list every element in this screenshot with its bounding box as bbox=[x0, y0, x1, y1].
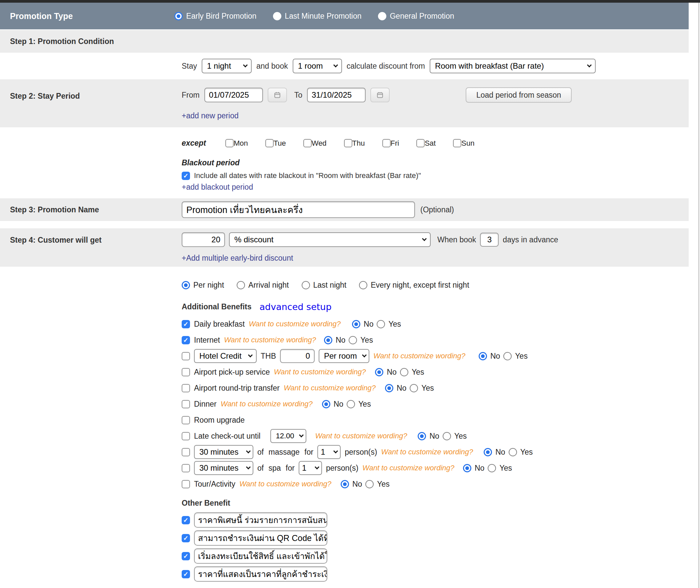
no-radio[interactable] bbox=[341, 480, 349, 488]
arrival-night-radio[interactable] bbox=[237, 281, 245, 289]
customize-wording-link[interactable]: Want to customize wording? bbox=[373, 352, 465, 360]
radio-option-every-night[interactable]: Every night, except first night bbox=[359, 281, 469, 290]
tour-activity-checkbox[interactable] bbox=[182, 480, 190, 488]
yes-radio[interactable] bbox=[365, 480, 374, 488]
customize-wording-link[interactable]: Want to customize wording? bbox=[224, 336, 316, 344]
late-checkout-time-select[interactable]: 12.00 bbox=[270, 429, 306, 443]
general-radio[interactable] bbox=[378, 12, 386, 20]
massage-duration-select[interactable]: 30 minutes bbox=[194, 445, 253, 459]
no-radio[interactable] bbox=[484, 448, 492, 456]
day-checkbox-sun[interactable]: Sun bbox=[453, 139, 474, 148]
day-checkbox-wed[interactable]: Wed bbox=[303, 139, 327, 148]
no-radio[interactable] bbox=[463, 464, 471, 472]
from-calendar-button[interactable] bbox=[268, 88, 287, 102]
airport-pickup-checkbox[interactable] bbox=[182, 368, 190, 376]
last-night-radio[interactable] bbox=[302, 281, 310, 289]
other-benefit-input-3[interactable]: เริ่มลงทะเบียนใช้สิทธิ์ และเข้าพักได้ในว… bbox=[194, 548, 327, 564]
no-radio[interactable] bbox=[324, 336, 332, 344]
yes-radio[interactable] bbox=[503, 352, 512, 360]
no-radio[interactable] bbox=[322, 400, 330, 408]
customize-wording-link[interactable]: Want to customize wording? bbox=[249, 320, 341, 328]
stay-nights-select[interactable]: 1 night bbox=[202, 59, 252, 73]
radio-option-early-bird[interactable]: Early Bird Promotion bbox=[174, 12, 256, 21]
early-bird-radio[interactable] bbox=[174, 12, 183, 20]
yes-radio[interactable] bbox=[377, 320, 385, 328]
tue-checkbox[interactable] bbox=[265, 139, 274, 147]
no-radio[interactable] bbox=[479, 352, 487, 360]
yes-radio[interactable] bbox=[488, 464, 496, 472]
per-room-select[interactable]: Per room bbox=[319, 349, 369, 363]
spa-persons-select[interactable]: 1 bbox=[299, 461, 322, 475]
include-blackout-checkbox[interactable] bbox=[182, 172, 190, 180]
airport-roundtrip-checkbox[interactable] bbox=[182, 384, 190, 392]
sun-checkbox[interactable] bbox=[453, 139, 461, 147]
no-radio[interactable] bbox=[418, 432, 426, 440]
every-night-radio[interactable] bbox=[359, 281, 367, 289]
book-rooms-select[interactable]: 1 room bbox=[293, 59, 342, 73]
no-radio[interactable] bbox=[385, 384, 393, 392]
hotel-credit-select[interactable]: Hotel Credit bbox=[194, 349, 257, 363]
daily-breakfast-checkbox[interactable] bbox=[182, 320, 190, 328]
add-blackout-period-link[interactable]: +add blackout period bbox=[182, 183, 253, 192]
advanced-setup-link[interactable]: advanced setup bbox=[260, 302, 332, 312]
customize-wording-link[interactable]: Want to customize wording? bbox=[381, 448, 473, 456]
to-date-input[interactable]: 31/10/2025 bbox=[307, 88, 366, 102]
radio-option-arrival-night[interactable]: Arrival night bbox=[237, 281, 289, 290]
customize-wording-link[interactable]: Want to customize wording? bbox=[239, 480, 331, 488]
last-minute-radio[interactable] bbox=[273, 12, 281, 20]
load-period-from-season-button[interactable]: Load period from season bbox=[466, 87, 572, 103]
other-benefit-checkbox-3[interactable] bbox=[182, 552, 190, 560]
to-calendar-button[interactable] bbox=[370, 88, 390, 102]
yes-radio[interactable] bbox=[349, 336, 357, 344]
other-benefit-checkbox-4[interactable] bbox=[182, 570, 190, 578]
credit-amount-input[interactable]: 0 bbox=[280, 349, 315, 363]
customize-wording-link[interactable]: Want to customize wording? bbox=[284, 384, 376, 392]
yes-radio[interactable] bbox=[400, 368, 408, 376]
radio-option-last-minute[interactable]: Last Minute Promotion bbox=[273, 12, 361, 21]
yes-radio[interactable] bbox=[509, 448, 517, 456]
day-checkbox-mon[interactable]: Mon bbox=[225, 139, 248, 148]
per-night-radio[interactable] bbox=[182, 281, 190, 289]
radio-option-last-night[interactable]: Last night bbox=[302, 281, 347, 290]
radio-option-per-night[interactable]: Per night bbox=[182, 281, 224, 290]
sat-checkbox[interactable] bbox=[416, 139, 425, 147]
discount-amount-input[interactable]: 20 bbox=[182, 232, 225, 247]
fri-checkbox[interactable] bbox=[382, 139, 391, 147]
discount-type-select[interactable]: % discount bbox=[229, 232, 431, 247]
massage-persons-select[interactable]: 1 bbox=[317, 445, 341, 459]
advance-days-input[interactable]: 3 bbox=[480, 233, 499, 247]
customize-wording-link[interactable]: Want to customize wording? bbox=[274, 368, 366, 376]
spa-checkbox[interactable] bbox=[182, 464, 190, 472]
add-new-period-link[interactable]: +add new period bbox=[182, 111, 239, 120]
massage-checkbox[interactable] bbox=[182, 448, 190, 456]
room-upgrade-checkbox[interactable] bbox=[182, 416, 190, 424]
internet-checkbox[interactable] bbox=[182, 336, 190, 344]
no-radio[interactable] bbox=[375, 368, 383, 376]
day-checkbox-fri[interactable]: Fri bbox=[382, 139, 399, 148]
dinner-checkbox[interactable] bbox=[182, 400, 190, 408]
customize-wording-link[interactable]: Want to customize wording? bbox=[315, 432, 407, 440]
other-benefit-input-2[interactable]: สามารถชำระเงินผ่าน QR Code ได้ที่ A bbox=[194, 530, 327, 546]
other-benefit-checkbox-2[interactable] bbox=[182, 534, 190, 542]
other-benefit-checkbox-1[interactable] bbox=[182, 516, 190, 524]
day-checkbox-thu[interactable]: Thu bbox=[344, 139, 365, 148]
thu-checkbox[interactable] bbox=[344, 139, 352, 147]
late-checkout-checkbox[interactable] bbox=[182, 432, 190, 440]
rate-plan-select[interactable]: Room with breakfast (Bar rate) bbox=[430, 59, 596, 73]
customize-wording-link[interactable]: Want to customize wording? bbox=[362, 464, 454, 472]
other-benefit-input-4[interactable]: ราคาที่แสดงเป็นราคาที่ลูกค้าชำระเงินจ่ bbox=[194, 566, 327, 582]
day-checkbox-tue[interactable]: Tue bbox=[265, 139, 286, 148]
day-checkbox-sat[interactable]: Sat bbox=[416, 139, 436, 148]
radio-option-general[interactable]: General Promotion bbox=[378, 12, 454, 21]
from-date-input[interactable]: 01/07/2025 bbox=[204, 88, 263, 102]
yes-radio[interactable] bbox=[410, 384, 418, 392]
customize-wording-link[interactable]: Want to customize wording? bbox=[221, 400, 313, 408]
mon-checkbox[interactable] bbox=[225, 139, 234, 147]
yes-radio[interactable] bbox=[443, 432, 451, 440]
promotion-name-input[interactable]: Promotion เที่ยวไทยคนละครึ่ง bbox=[182, 201, 415, 218]
spa-duration-select[interactable]: 30 minutes bbox=[194, 461, 253, 475]
other-benefit-input-1[interactable]: ราคาพิเศษนี้ ร่วมรายการการสนับสนุนข bbox=[194, 512, 327, 528]
no-radio[interactable] bbox=[352, 320, 360, 328]
yes-radio[interactable] bbox=[347, 400, 355, 408]
hotel-credit-checkbox[interactable] bbox=[182, 352, 190, 360]
